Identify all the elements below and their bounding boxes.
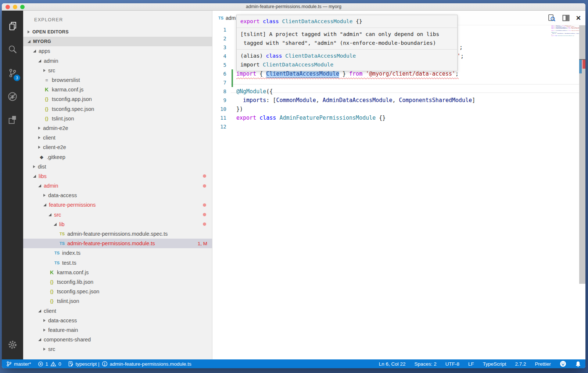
tree-item-label: karma.conf.js: [52, 87, 83, 93]
branch-status[interactable]: master*: [6, 361, 31, 367]
cursor-position-status[interactable]: Ln 6, Col 22: [379, 361, 406, 367]
tree-item-test-ts[interactable]: TStest.ts: [23, 258, 212, 268]
encoding-status[interactable]: UTF-8: [445, 361, 459, 367]
code-line-12[interactable]: 12: [212, 122, 579, 131]
activity-bar: 3: [2, 11, 23, 359]
close-window-button[interactable]: [6, 5, 10, 9]
tree-item-index-ts[interactable]: TSindex.ts: [23, 248, 212, 258]
code-token: AdminFeaturePermissionsModule: [279, 115, 376, 121]
section-open-editors[interactable]: OPEN EDITORS: [23, 27, 212, 37]
json-file-icon: {}: [49, 279, 55, 285]
activity-source-control-icon[interactable]: 3: [2, 61, 23, 85]
tree-item-tsconfig-app-json[interactable]: {}tsconfig.app.json: [23, 94, 212, 104]
status-text: 1: [46, 361, 49, 367]
status-text: LF: [468, 361, 474, 367]
tree-item-label: admin-feature-permissions.module.ts: [67, 240, 155, 246]
chevron-expanded-icon: [38, 59, 41, 62]
tree-item-label: tslint.json: [57, 298, 79, 304]
tree-item-admin-feature-permissions-module-ts[interactable]: TSadmin-feature-permissions.module.ts1, …: [23, 239, 212, 248]
tree-item-apps[interactable]: apps: [23, 46, 212, 56]
code-line-7[interactable]: 7: [212, 78, 579, 87]
window-title: admin-feature-permissions.module.ts — my…: [2, 3, 585, 10]
line-number: 8: [212, 87, 226, 96]
git-modified-gutter-bar: [232, 78, 233, 87]
notifications-bell[interactable]: [575, 361, 581, 367]
tree-item-components-shared[interactable]: components-shared: [23, 335, 212, 344]
code-line-8[interactable]: 8@NgModule({: [212, 87, 579, 96]
chevron-expanded-icon: [54, 223, 57, 226]
zoom-window-button[interactable]: [20, 5, 25, 9]
karma-file-icon: K: [49, 269, 55, 275]
chevron-collapsed-icon: [43, 319, 46, 322]
open-preview-icon[interactable]: [547, 14, 556, 22]
language-status[interactable]: TypeScript: [483, 361, 506, 367]
tree-item-data-access[interactable]: data-access: [23, 191, 212, 200]
tree-item-label: tslint.json: [52, 116, 74, 122]
tree-item-karma-conf-js[interactable]: Kkarma.conf.js: [23, 85, 212, 94]
tree-item-tslint-json[interactable]: {}tslint.json: [23, 296, 212, 306]
tree-item-data-access[interactable]: data-access: [23, 316, 212, 325]
source-control-badge: 3: [14, 75, 20, 81]
tree-item-gitkeep[interactable]: ◆.gitkeep: [23, 152, 212, 162]
status-text: Spaces: 2: [415, 361, 437, 367]
code-line-10[interactable]: 10}): [212, 105, 579, 113]
tree-item-tsconfig-lib-json[interactable]: {}tsconfig.lib.json: [23, 277, 212, 287]
chevron-expanded-icon: [33, 175, 36, 178]
tree-item-admin[interactable]: admin: [23, 181, 212, 191]
tree-item-tsconfig-spec-json[interactable]: {}tsconfig.spec.json: [23, 104, 212, 114]
tree-item-label: test.ts: [62, 260, 76, 266]
problems-status[interactable]: 10: [38, 361, 61, 367]
info-icon: [102, 361, 108, 367]
tree-item-admin[interactable]: admin: [23, 56, 212, 66]
indentation-status[interactable]: Spaces: 2: [415, 361, 437, 367]
hover-alias-section: (alias) class ClientDataAccessModuleimpo…: [237, 49, 457, 71]
close-icon[interactable]: ✕: [576, 15, 581, 21]
tree-item-browserslist[interactable]: ≡browserslist: [23, 75, 212, 85]
status-text: Prettier: [535, 361, 551, 367]
hover-code-section: export class ClientDataAccessModule {}: [237, 15, 457, 28]
linter-status[interactable]: typescript |admin-feature-permissions.mo…: [68, 361, 191, 367]
activity-gear-icon[interactable]: [2, 333, 23, 356]
code-token: }: [339, 70, 349, 77]
activity-search-icon[interactable]: [2, 38, 23, 61]
clientdataaccessmodule-link[interactable]: ClientDataAccessModule: [266, 70, 339, 77]
feedback-smiley[interactable]: [560, 361, 566, 367]
tree-item-client-e2e[interactable]: client-e2e: [23, 142, 212, 152]
tree-item-tsconfig-spec-json[interactable]: {}tsconfig.spec.json: [23, 287, 212, 296]
tree-item-admin-feature-permissions-module-spec-ts[interactable]: TSadmin-feature-permissions.module.spec.…: [23, 229, 212, 239]
tree-item-karma-conf-js[interactable]: Kkarma.conf.js: [23, 268, 212, 277]
tree-item-feature-permissions[interactable]: feature-permissions: [23, 200, 212, 210]
ts-file-icon: TS: [59, 241, 65, 246]
activity-files-icon[interactable]: [2, 14, 23, 38]
status-text: Ln 6, Col 22: [379, 361, 406, 367]
code-area[interactable]: import { NgModule } from '@angular/core'…: [212, 25, 585, 359]
tree-item-src[interactable]: src: [23, 344, 212, 354]
tree-item-tslint-json[interactable]: {}tslint.json: [23, 114, 212, 123]
tree-item-label: feature-main: [48, 327, 78, 333]
list-file-icon: ≡: [43, 77, 50, 83]
eol-status[interactable]: LF: [468, 361, 474, 367]
tree-item-admin-e2e[interactable]: admin-e2e: [23, 123, 212, 133]
tree-item-dist[interactable]: dist: [23, 162, 212, 171]
tree-item-src[interactable]: src: [23, 66, 212, 75]
chevron-collapsed-icon: [33, 165, 35, 168]
section-myorg[interactable]: MYORG: [23, 37, 212, 46]
tree-item-client[interactable]: client: [23, 133, 212, 142]
split-editor-icon[interactable]: [562, 14, 570, 22]
tree-item-src[interactable]: src: [23, 210, 212, 220]
scrollbar-overview-ruler[interactable]: [579, 25, 585, 284]
activity-debug-icon[interactable]: [2, 85, 23, 108]
prettier-status[interactable]: Prettier: [535, 361, 551, 367]
line-number: 11: [212, 113, 226, 122]
code-token: [282, 53, 286, 59]
tree-item-lib[interactable]: lib: [23, 220, 212, 229]
minimize-window-button[interactable]: [13, 5, 17, 9]
code-line-9[interactable]: 9 imports: [CommonModule, AdminDataAcces…: [212, 96, 579, 105]
tree-item-libs[interactable]: libs: [23, 171, 212, 181]
tree-item-feature-main[interactable]: feature-main: [23, 325, 212, 335]
version-status[interactable]: 2.7.2: [515, 361, 526, 367]
activity-extensions-icon[interactable]: [2, 108, 23, 132]
code-token: [259, 18, 263, 24]
code-line-11[interactable]: 11export class AdminFeaturePermissionsMo…: [212, 113, 579, 122]
tree-item-client[interactable]: client: [23, 306, 212, 315]
